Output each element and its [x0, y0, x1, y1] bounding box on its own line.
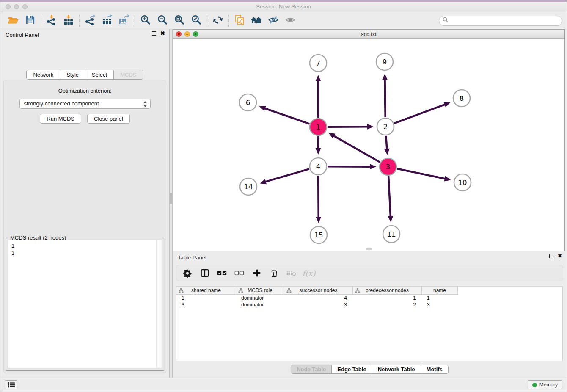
result-scrollbar[interactable] [156, 240, 162, 368]
duplicate-network-icon [234, 14, 245, 27]
tab-mcds[interactable]: MCDS [114, 70, 143, 79]
search-input[interactable] [451, 18, 559, 24]
network-graph[interactable]: 1234678910111415 [173, 39, 564, 251]
criterion-selected-value: strongly connected component [24, 100, 99, 107]
graph-edge-1-2[interactable] [328, 127, 368, 127]
cell-name[interactable]: 1 [422, 295, 458, 301]
graph-edge-2-9[interactable] [385, 79, 385, 117]
graph-edge-3-1[interactable] [333, 135, 380, 162]
apply-layout-button[interactable] [209, 14, 226, 28]
graph-edge-3-10[interactable] [397, 169, 446, 179]
memory-button[interactable]: Memory [528, 380, 562, 389]
open-session-button[interactable] [5, 14, 22, 28]
tab-network[interactable]: Network [27, 70, 60, 79]
network-canvas[interactable]: 1234678910111415 [173, 39, 564, 251]
toolbar-separator [228, 15, 229, 27]
graph-node-label: 4 [316, 163, 321, 171]
table-row[interactable]: 3 dominator 3 2 3 [176, 301, 562, 308]
first-neighbors-button[interactable] [248, 14, 265, 28]
zoom-out-button[interactable] [154, 14, 171, 28]
zoom-in-button[interactable] [137, 14, 154, 28]
cell-predecessor-nodes[interactable]: 1 [353, 295, 422, 301]
column-header-successor-nodes[interactable]: successor nodes [284, 287, 353, 294]
graph-edge-arrowhead [316, 148, 321, 155]
network-resize-grip[interactable] [366, 248, 372, 250]
zoom-selected-icon [191, 14, 202, 27]
cell-predecessor-nodes[interactable]: 2 [353, 301, 422, 308]
graph-edge-arrowhead [444, 176, 451, 182]
column-header-mcds-role[interactable]: MCDS role [236, 287, 284, 294]
close-panel-icon[interactable]: ✖ [160, 31, 165, 36]
hide-selected-button[interactable] [265, 14, 282, 28]
zoom-fit-button[interactable] [171, 14, 188, 28]
tab-select[interactable]: Select [85, 70, 114, 79]
graph-edge-arrowhead [443, 102, 450, 107]
delete-column-button[interactable] [286, 268, 297, 278]
add-row-button[interactable] [252, 268, 262, 278]
control-panel-title: Control Panel [6, 32, 39, 38]
mcds-result-list[interactable]: 1 3 [8, 240, 162, 368]
search-icon [443, 17, 449, 25]
save-session-button[interactable] [22, 14, 39, 28]
float-panel-icon[interactable] [549, 254, 553, 258]
tab-style[interactable]: Style [60, 70, 85, 79]
tab-edge-table[interactable]: Edge Table [332, 365, 372, 373]
splitter-grip[interactable] [170, 193, 172, 204]
export-network-button[interactable] [82, 14, 99, 28]
import-network-button[interactable] [43, 14, 60, 28]
cell-mcds-role[interactable]: dominator [236, 295, 284, 301]
zoom-fit-icon [174, 14, 185, 27]
import-table-button[interactable] [60, 14, 77, 28]
graph-edge-3-11[interactable] [388, 176, 391, 217]
export-image-button[interactable] [116, 14, 132, 28]
network-window-titlebar[interactable]: ✕ − + scc.txt [173, 30, 564, 39]
hierarchy-icon [286, 288, 292, 293]
column-header-predecessor-nodes[interactable]: predecessor nodes [353, 287, 422, 294]
select-stepper-icon [143, 101, 148, 108]
trash-icon [270, 268, 279, 278]
table-settings-button[interactable] [182, 268, 193, 278]
memory-status-icon [532, 383, 537, 387]
tab-motifs[interactable]: Motifs [421, 365, 448, 373]
graph-edge-2-8[interactable] [394, 104, 446, 123]
float-panel-icon[interactable] [152, 31, 156, 36]
cell-shared-name[interactable]: 1 [176, 295, 236, 301]
table-row[interactable]: 1 dominator 4 1 1 [176, 295, 562, 301]
graph-edge-arrowhead [382, 74, 388, 80]
deselect-all-button[interactable] [234, 268, 245, 278]
graph-edge-2-3[interactable] [386, 136, 387, 149]
cell-successor-nodes[interactable]: 3 [284, 301, 353, 308]
unchecked-boxes-icon [234, 268, 245, 278]
zoom-selected-button[interactable] [188, 14, 205, 28]
cell-shared-name[interactable]: 3 [176, 301, 236, 308]
graph-edge-4-15[interactable] [318, 176, 319, 218]
graph-edge-1-6[interactable] [264, 108, 310, 124]
table-panel-title: Table Panel [178, 254, 206, 261]
select-all-button[interactable] [217, 268, 227, 278]
delete-row-button[interactable] [269, 268, 279, 278]
column-header-shared-name[interactable]: shared name [176, 287, 236, 294]
criterion-select[interactable]: strongly connected component [19, 99, 151, 109]
graph-edge-4-14[interactable] [265, 169, 309, 182]
graph-edge-4-3[interactable] [328, 166, 371, 167]
function-builder-button[interactable]: f(x) [304, 268, 314, 278]
show-all-button[interactable] [282, 14, 299, 28]
panel-splitter[interactable] [170, 29, 173, 378]
main-toolbar [0, 12, 567, 29]
close-panel-button[interactable]: Close panel [87, 114, 130, 124]
task-history-button[interactable] [5, 380, 17, 389]
close-panel-icon[interactable]: ✖ [558, 254, 562, 258]
cell-name[interactable]: 3 [422, 301, 458, 308]
show-columns-button[interactable] [200, 268, 210, 278]
graph-node-label: 8 [460, 94, 464, 102]
duplicate-network-button[interactable] [231, 14, 248, 28]
cell-mcds-role[interactable]: dominator [236, 301, 284, 308]
export-table-button[interactable] [99, 14, 116, 28]
graph-node-label: 3 [386, 163, 391, 171]
tab-node-table[interactable]: Node Table [291, 365, 332, 373]
refresh-icon [212, 14, 223, 27]
cell-successor-nodes[interactable]: 4 [284, 295, 353, 301]
run-mcds-button[interactable]: Run MCDS [40, 114, 81, 124]
tab-network-table[interactable]: Network Table [372, 365, 421, 373]
column-header-name[interactable]: name [422, 287, 458, 294]
